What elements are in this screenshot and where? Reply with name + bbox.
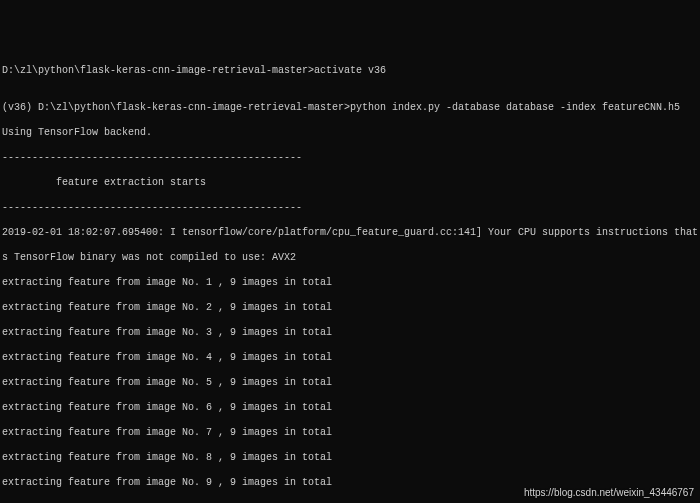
output-line: 2019-02-01 18:02:07.695400: I tensorflow… <box>2 227 700 240</box>
prompt-line: D:\zl\python\flask-keras-cnn-image-retri… <box>2 65 700 78</box>
prompt-line: (v36) D:\zl\python\flask-keras-cnn-image… <box>2 102 700 115</box>
separator-line: ----------------------------------------… <box>2 202 700 215</box>
terminal-output[interactable]: D:\zl\python\flask-keras-cnn-image-retri… <box>0 50 700 503</box>
watermark-text: https://blog.csdn.net/weixin_43446767 <box>524 487 694 500</box>
output-line: Using TensorFlow backend. <box>2 127 700 140</box>
output-line: extracting feature from image No. 8 , 9 … <box>2 452 700 465</box>
output-line: extracting feature from image No. 5 , 9 … <box>2 377 700 390</box>
output-line: extracting feature from image No. 6 , 9 … <box>2 402 700 415</box>
output-line: extracting feature from image No. 1 , 9 … <box>2 277 700 290</box>
output-line: extracting feature from image No. 4 , 9 … <box>2 352 700 365</box>
output-line: extracting feature from image No. 7 , 9 … <box>2 427 700 440</box>
output-line: s TensorFlow binary was not compiled to … <box>2 252 700 265</box>
separator-line: ----------------------------------------… <box>2 152 700 165</box>
output-line: extracting feature from image No. 2 , 9 … <box>2 302 700 315</box>
section-heading: feature extraction starts <box>2 177 700 190</box>
output-line: extracting feature from image No. 3 , 9 … <box>2 327 700 340</box>
